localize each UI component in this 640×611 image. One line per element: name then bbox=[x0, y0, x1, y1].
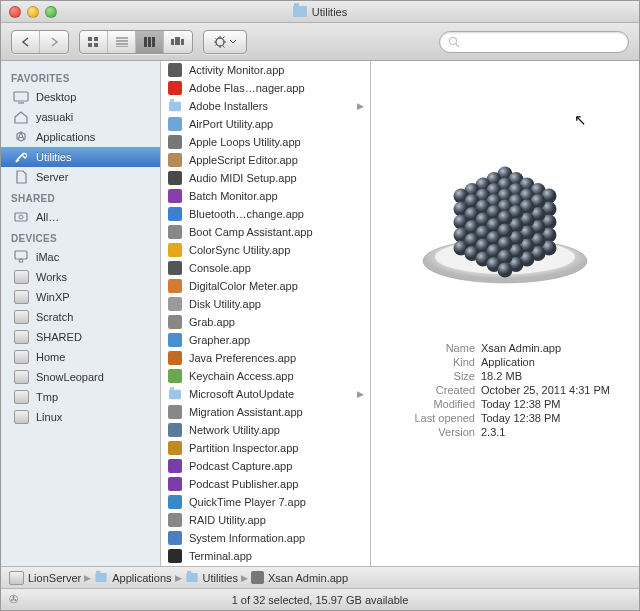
settings-icon[interactable]: ✇ bbox=[9, 593, 18, 606]
sidebar-item-tmp[interactable]: Tmp bbox=[1, 387, 160, 407]
file-item[interactable]: Grapher.app bbox=[161, 331, 370, 349]
hd-icon bbox=[13, 390, 29, 404]
sidebar-item-scratch[interactable]: Scratch bbox=[1, 307, 160, 327]
meta-value: Application bbox=[481, 356, 535, 368]
meta-key: Modified bbox=[386, 398, 481, 410]
file-item[interactable]: Activity Monitor.app bbox=[161, 61, 370, 79]
svg-point-21 bbox=[19, 215, 23, 219]
sidebar-item-label: Works bbox=[36, 271, 67, 283]
svg-point-14 bbox=[216, 38, 224, 46]
hd-icon bbox=[13, 310, 29, 324]
sidebar-item-home[interactable]: Home bbox=[1, 347, 160, 367]
hd-icon bbox=[13, 350, 29, 364]
file-item[interactable]: ColorSync Utility.app bbox=[161, 241, 370, 259]
file-name: Adobe Installers bbox=[189, 100, 351, 112]
sidebar-item-desktop[interactable]: Desktop bbox=[1, 87, 160, 107]
sidebar-item-label: Linux bbox=[36, 411, 62, 423]
sidebar-item-yasuaki[interactable]: yasuaki bbox=[1, 107, 160, 127]
minimize-button[interactable] bbox=[27, 6, 39, 18]
utilities-icon bbox=[13, 150, 29, 164]
meta-value: 2.3.1 bbox=[481, 426, 505, 438]
meta-value: Today 12:38 PM bbox=[481, 398, 561, 410]
file-item[interactable]: RAID Utility.app bbox=[161, 511, 370, 529]
file-name: AirPort Utility.app bbox=[189, 118, 364, 130]
file-item[interactable]: Batch Monitor.app bbox=[161, 187, 370, 205]
file-item[interactable]: Adobe Flas…nager.app bbox=[161, 79, 370, 97]
file-item[interactable]: Bluetooth…change.app bbox=[161, 205, 370, 223]
file-item[interactable]: Java Preferences.app bbox=[161, 349, 370, 367]
file-item[interactable]: Grab.app bbox=[161, 313, 370, 331]
close-button[interactable] bbox=[9, 6, 21, 18]
file-name: Batch Monitor.app bbox=[189, 190, 364, 202]
file-item[interactable]: Podcast Publisher.app bbox=[161, 475, 370, 493]
file-item[interactable]: Apple Loops Utility.app bbox=[161, 133, 370, 151]
file-item[interactable]: Console.app bbox=[161, 259, 370, 277]
file-item[interactable]: DigitalColor Meter.app bbox=[161, 277, 370, 295]
sidebar-item-linux[interactable]: Linux bbox=[1, 407, 160, 427]
file-item[interactable]: Terminal.app bbox=[161, 547, 370, 565]
file-item[interactable]: Network Utility.app bbox=[161, 421, 370, 439]
back-button[interactable] bbox=[12, 31, 40, 53]
sidebar-item-applications[interactable]: AApplications bbox=[1, 127, 160, 147]
file-item[interactable]: QuickTime Player 7.app bbox=[161, 493, 370, 511]
file-item[interactable]: AirPort Utility.app bbox=[161, 115, 370, 133]
file-item[interactable]: Audio MIDI Setup.app bbox=[161, 169, 370, 187]
file-name: Partition Inspector.app bbox=[189, 442, 364, 454]
coverflow-view-button[interactable] bbox=[164, 31, 192, 53]
meta-row: Version2.3.1 bbox=[386, 425, 624, 439]
sidebar-item-works[interactable]: Works bbox=[1, 267, 160, 287]
file-item[interactable]: AppleScript Editor.app bbox=[161, 151, 370, 169]
search-field[interactable] bbox=[439, 31, 629, 53]
file-item[interactable]: Boot Camp Assistant.app bbox=[161, 223, 370, 241]
file-item[interactable]: VoiceOver Utility.app bbox=[161, 565, 370, 566]
app-icon bbox=[167, 512, 183, 528]
home-icon bbox=[13, 110, 29, 124]
file-item[interactable]: Partition Inspector.app bbox=[161, 439, 370, 457]
path-segment[interactable]: Applications bbox=[94, 572, 171, 584]
sidebar-item-utilities[interactable]: Utilities bbox=[1, 147, 160, 167]
file-name: Network Utility.app bbox=[189, 424, 364, 436]
titlebar[interactable]: Utilities bbox=[1, 1, 639, 23]
file-item[interactable]: Keychain Access.app bbox=[161, 367, 370, 385]
app-icon bbox=[167, 152, 183, 168]
sidebar-item-winxp[interactable]: WinXP bbox=[1, 287, 160, 307]
sidebar-item-snowleopard[interactable]: SnowLeopard bbox=[1, 367, 160, 387]
svg-text:A: A bbox=[17, 130, 25, 142]
list-view-button[interactable] bbox=[108, 31, 136, 53]
file-item[interactable]: Migration Assistant.app bbox=[161, 403, 370, 421]
sidebar-item-shared[interactable]: SHARED bbox=[1, 327, 160, 347]
file-item[interactable]: Adobe Installers▶ bbox=[161, 97, 370, 115]
chevron-right-icon: ▶ bbox=[175, 573, 182, 583]
file-name: Activity Monitor.app bbox=[189, 64, 364, 76]
svg-rect-10 bbox=[152, 37, 155, 47]
file-item[interactable]: Disk Utility.app bbox=[161, 295, 370, 313]
file-item[interactable]: Podcast Capture.app bbox=[161, 457, 370, 475]
file-name: QuickTime Player 7.app bbox=[189, 496, 364, 508]
file-list-column[interactable]: Activity Monitor.appAdobe Flas…nager.app… bbox=[161, 61, 371, 566]
svg-rect-13 bbox=[181, 39, 184, 45]
svg-point-15 bbox=[450, 37, 457, 44]
search-input[interactable] bbox=[463, 36, 620, 48]
file-item[interactable]: System Information.app bbox=[161, 529, 370, 547]
file-name: ColorSync Utility.app bbox=[189, 244, 364, 256]
zoom-button[interactable] bbox=[45, 6, 57, 18]
file-name: Terminal.app bbox=[189, 550, 364, 562]
path-segment[interactable]: LionServer bbox=[9, 571, 81, 585]
meta-row: CreatedOctober 25, 2011 4:31 PM bbox=[386, 383, 624, 397]
file-item[interactable]: Microsoft AutoUpdate▶ bbox=[161, 385, 370, 403]
app-icon bbox=[167, 278, 183, 294]
icon-view-button[interactable] bbox=[80, 31, 108, 53]
file-name: Boot Camp Assistant.app bbox=[189, 226, 364, 238]
forward-button[interactable] bbox=[40, 31, 68, 53]
cursor-icon: ↖ bbox=[574, 111, 587, 129]
sidebar-item-imac[interactable]: iMac bbox=[1, 247, 160, 267]
search-icon bbox=[448, 36, 459, 48]
path-segment[interactable]: Xsan Admin.app bbox=[251, 571, 348, 584]
column-view-button[interactable] bbox=[136, 31, 164, 53]
path-segment[interactable]: Utilities bbox=[185, 572, 238, 584]
action-menu[interactable] bbox=[203, 30, 247, 54]
svg-rect-20 bbox=[15, 213, 27, 221]
sidebar-item-server[interactable]: Server bbox=[1, 167, 160, 187]
sidebar-item-all-[interactable]: All… bbox=[1, 207, 160, 227]
svg-rect-12 bbox=[175, 37, 180, 45]
